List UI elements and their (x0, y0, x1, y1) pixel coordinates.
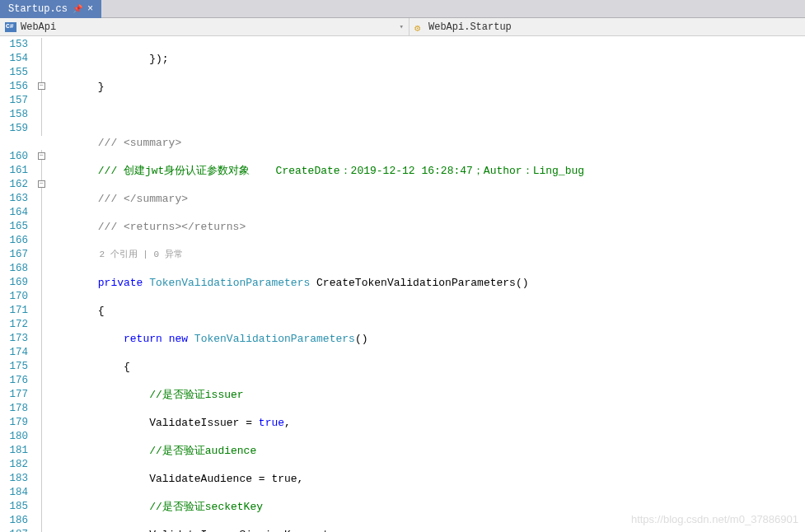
tab-filename: Startup.cs (8, 3, 68, 15)
fold-box-icon[interactable]: − (38, 152, 45, 160)
code-line[interactable]: /// 创建jwt身份认证参数对象 CreateDate：2019-12-12 … (46, 164, 805, 178)
pin-icon[interactable]: 📌 (73, 4, 82, 14)
code-line[interactable]: /// </summary> (46, 192, 805, 206)
class-icon (414, 22, 424, 32)
nav-class-label: WebApi.Startup (428, 21, 512, 33)
code-line[interactable]: //是否验证issuer (46, 388, 805, 402)
nav-project-label: WebApi (21, 21, 56, 33)
code-content[interactable]: }); } /// <summary> /// 创建jwt身份认证参数对象 Cr… (46, 36, 805, 532)
code-line[interactable]: ValidateIssuerSigningKey = true, (46, 528, 805, 532)
code-line[interactable]: /// <summary> (46, 136, 805, 150)
code-line[interactable]: }); (46, 52, 805, 66)
watermark-text: https://blog.csdn.net/m0_37886901 (631, 513, 798, 525)
nav-project-dropdown[interactable]: WebApi ▾ (0, 18, 410, 35)
code-line[interactable] (46, 108, 805, 122)
code-editor[interactable]: 153154155156157158159 160161162163164165… (0, 36, 805, 532)
code-line[interactable]: { (46, 360, 805, 374)
code-line[interactable]: /// <returns></returns> (46, 220, 805, 234)
code-line[interactable]: //是否验证audience (46, 444, 805, 458)
code-folding-column[interactable]: − − − (36, 36, 46, 532)
code-line[interactable]: } (46, 80, 805, 94)
close-icon[interactable]: × (87, 3, 93, 15)
csharp-project-icon (5, 22, 16, 32)
code-line[interactable]: { (46, 304, 805, 318)
code-line[interactable]: ValidateIssuer = true, (46, 416, 805, 430)
code-line[interactable]: private TokenValidationParameters Create… (46, 276, 805, 290)
chevron-down-icon: ▾ (400, 22, 404, 31)
code-line[interactable]: //是否验证secketKey (46, 500, 805, 514)
fold-box-icon[interactable]: − (38, 82, 45, 90)
fold-box-icon[interactable]: − (38, 180, 45, 188)
tab-bar: Startup.cs 📌 × (0, 0, 805, 18)
navigation-bar: WebApi ▾ WebApi.Startup (0, 18, 805, 36)
codelens-line[interactable]: 2 个引用 | 0 异常 (46, 248, 805, 262)
code-line[interactable]: return new TokenValidationParameters() (46, 332, 805, 346)
tab-startup[interactable]: Startup.cs 📌 × (0, 0, 101, 18)
code-line[interactable]: ValidateAudience = true, (46, 472, 805, 486)
line-number-gutter: 153154155156157158159 160161162163164165… (0, 36, 36, 532)
nav-class-dropdown[interactable]: WebApi.Startup (410, 18, 805, 35)
